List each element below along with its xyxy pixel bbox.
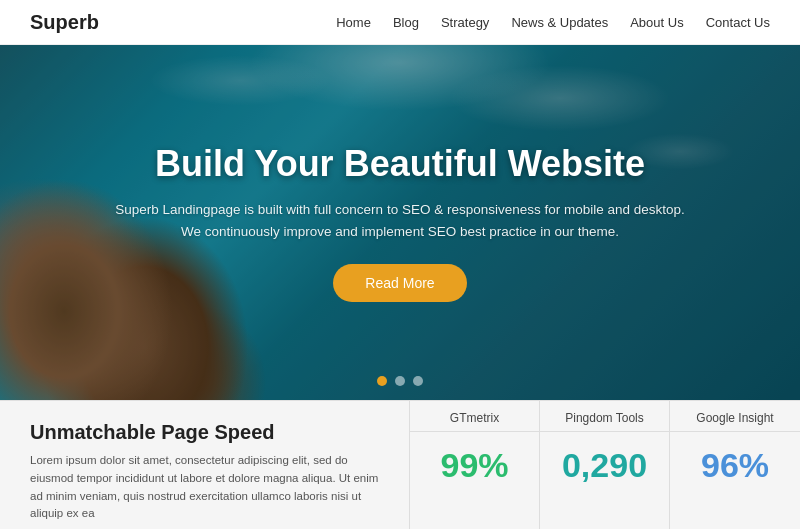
stat-value: 99% — [440, 446, 508, 485]
dot-1[interactable] — [377, 376, 387, 386]
hero-title: Build Your Beautiful Website — [115, 143, 685, 185]
stat-box: Google Insight96% — [670, 401, 800, 529]
stats-container: GTmetrix99%Pingdom Tools0,290Google Insi… — [409, 401, 800, 529]
stat-value: 0,290 — [562, 446, 647, 485]
nav-link[interactable]: Blog — [393, 15, 419, 30]
stat-box: Pingdom Tools0,290 — [540, 401, 670, 529]
stat-label: Pingdom Tools — [540, 401, 669, 432]
nav-link[interactable]: Strategy — [441, 15, 489, 30]
stat-value: 96% — [701, 446, 769, 485]
navbar: Superb HomeBlogStrategyNews & UpdatesAbo… — [0, 0, 800, 45]
stat-box: GTmetrix99% — [410, 401, 540, 529]
bottom-left: Unmatchable Page Speed Lorem ipsum dolor… — [0, 401, 409, 529]
read-more-button[interactable]: Read More — [333, 264, 466, 302]
nav-menu: HomeBlogStrategyNews & UpdatesAbout UsCo… — [336, 13, 770, 31]
stat-label: Google Insight — [670, 401, 800, 432]
hero-content: Build Your Beautiful Website Superb Land… — [35, 143, 765, 302]
dot-3[interactable] — [413, 376, 423, 386]
hero-section: Build Your Beautiful Website Superb Land… — [0, 45, 800, 400]
nav-link[interactable]: About Us — [630, 15, 683, 30]
hero-dots — [377, 376, 423, 386]
dot-2[interactable] — [395, 376, 405, 386]
nav-link[interactable]: News & Updates — [511, 15, 608, 30]
hero-subtitle: Superb Landingpage is built with full co… — [115, 199, 685, 242]
speed-paragraph: Lorem ipsum dolor sit amet, consectetur … — [30, 452, 379, 523]
brand-logo: Superb — [30, 11, 99, 34]
stat-label: GTmetrix — [410, 401, 539, 432]
speed-heading: Unmatchable Page Speed — [30, 421, 379, 444]
nav-link[interactable]: Contact Us — [706, 15, 770, 30]
nav-link[interactable]: Home — [336, 15, 371, 30]
bottom-section: Unmatchable Page Speed Lorem ipsum dolor… — [0, 400, 800, 529]
